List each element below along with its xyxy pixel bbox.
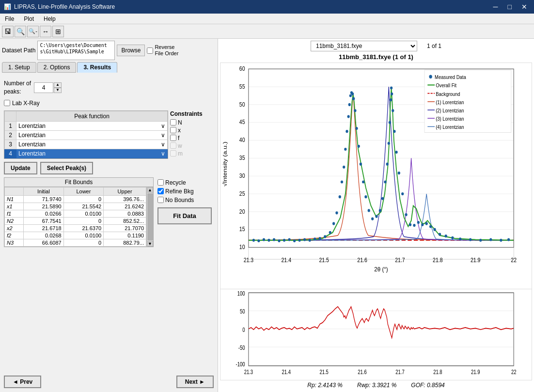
menu-plot[interactable]: Plot (19, 15, 39, 23)
prev-button[interactable]: ◄ Prev (4, 376, 41, 388)
svg-text:-100: -100 (236, 361, 245, 368)
svg-point-44 (298, 239, 301, 242)
tab-setup[interactable]: 1. Setup (2, 62, 36, 73)
svg-point-72 (375, 215, 377, 218)
table-row: x2 21.6718 21.6370 21.7070 (5, 224, 146, 232)
svg-point-63 (352, 97, 355, 100)
peak-function-cell[interactable]: Lorentzian ∨ (16, 149, 168, 158)
table-row: N1 71.9740 0 396.76... (5, 195, 146, 203)
svg-point-48 (319, 237, 321, 240)
svg-point-94 (433, 228, 436, 231)
table-row[interactable]: 4 Lorentzian ∨ (5, 149, 168, 158)
table-row: f2 0.0268 0.0100 0.1190 (5, 232, 146, 239)
lower-value: 0 (63, 217, 104, 224)
svg-point-82 (392, 109, 394, 112)
action-buttons-row: Update Select Peak(s) (4, 162, 214, 174)
no-bounds-checkbox[interactable] (157, 197, 164, 203)
svg-text:Measured Data: Measured Data (435, 74, 466, 80)
tab-options[interactable]: 2. Options (37, 62, 77, 73)
constraint-m-checkbox[interactable] (170, 150, 176, 157)
num-peaks-input[interactable] (34, 82, 53, 93)
lab-xray-checkbox[interactable] (4, 100, 10, 106)
svg-point-38 (267, 239, 270, 242)
peak-row-num: 1 (5, 121, 16, 130)
peak-function-cell[interactable]: Lorentzian ∨ (16, 140, 168, 149)
svg-point-91 (421, 223, 424, 226)
scroll-down-button[interactable]: ▼ (147, 241, 153, 247)
browse-button[interactable]: Browse (117, 45, 145, 56)
table-row[interactable]: 1 Lorentzian ∨ (5, 121, 168, 130)
next-button[interactable]: Next ► (176, 376, 214, 388)
constraint-x-checkbox[interactable] (170, 127, 176, 133)
tab-results[interactable]: 3. Results (77, 62, 117, 73)
svg-text:60: 60 (239, 65, 245, 72)
menu-help[interactable]: Help (39, 15, 61, 23)
fit-data-button[interactable]: Fit Data (157, 207, 212, 224)
constraints-panel: Constraints N x f w (170, 110, 214, 159)
fit-bounds-scrollbar[interactable]: ▲ ▼ (146, 187, 153, 247)
initial-value: 21.6718 (24, 224, 64, 232)
tool-zoom-out-button[interactable]: 🔍- (27, 26, 39, 37)
peak-function-value: Lorentzian (18, 150, 46, 157)
tool-pan-button[interactable]: ↔ (40, 26, 51, 37)
svg-text:Overall Fit: Overall Fit (436, 83, 456, 89)
constraint-N-label: N (178, 119, 182, 126)
menu-file[interactable]: File (0, 15, 19, 23)
minimize-button[interactable]: ─ (490, 3, 501, 11)
spinner-down-button[interactable]: ▼ (54, 88, 62, 93)
scroll-up-button[interactable]: ▲ (147, 187, 153, 193)
svg-text:2θ (°): 2θ (°) (374, 266, 388, 273)
svg-point-84 (395, 151, 397, 154)
setup-content: Number ofpeaks: ▲ ▼ Lab X-Ray (2, 76, 216, 374)
peak-function-cell[interactable]: Lorentzian ∨ (16, 121, 168, 130)
svg-point-69 (364, 195, 367, 198)
tool-save-button[interactable]: 🖫 (2, 26, 14, 37)
scroll-thumb[interactable] (147, 193, 153, 240)
close-button[interactable]: ✕ (518, 3, 530, 11)
tool-zoom-in-button[interactable]: 🔍 (15, 26, 26, 37)
fit-bounds-area: Fit Bounds Initial Lower Upper (4, 177, 154, 247)
spinner-up-button[interactable]: ▲ (54, 82, 62, 88)
update-button[interactable]: Update (4, 162, 37, 174)
refine-bkg-checkbox[interactable] (157, 188, 164, 194)
svg-point-53 (339, 195, 341, 198)
initial-value: 66.6087 (24, 239, 64, 246)
svg-text:21.8: 21.8 (433, 257, 442, 263)
charts-area: 10 15 20 25 30 35 40 45 50 55 60 √Intens… (220, 63, 532, 380)
reverse-order-checkbox[interactable] (147, 47, 153, 54)
titlebar-left: 📊 LIPRAS, Line-Profile Analysis Software (4, 3, 115, 10)
svg-point-74 (381, 197, 384, 200)
table-row[interactable]: 3 Lorentzian ∨ (5, 140, 168, 149)
recycle-checkbox[interactable] (157, 179, 164, 186)
svg-text:(4) Lorentzian: (4) Lorentzian (436, 125, 464, 130)
svg-point-79 (390, 98, 392, 101)
tool-grid-button[interactable]: ⊞ (52, 26, 64, 37)
svg-text:55: 55 (239, 83, 245, 90)
select-peaks-button[interactable]: Select Peak(s) (40, 162, 93, 174)
titlebar: 📊 LIPRAS, Line-Profile Analysis Software… (0, 0, 534, 14)
svg-point-43 (293, 239, 296, 242)
svg-point-99 (469, 238, 471, 241)
lab-xray-label: Lab X-Ray (12, 100, 40, 107)
svg-text:35: 35 (239, 155, 245, 161)
svg-text:21.4: 21.4 (282, 257, 292, 263)
peak-function-cell[interactable]: Lorentzian ∨ (16, 130, 168, 140)
param-label: x1 (5, 203, 24, 210)
svg-text:25: 25 (239, 190, 245, 197)
maximize-button[interactable]: □ (505, 3, 515, 11)
constraint-N-checkbox[interactable] (170, 119, 176, 125)
dataset-path-input[interactable]: C:\Users\geste\Document s\GitHub\LIPRAS\… (37, 41, 115, 60)
svg-text:22: 22 (511, 369, 517, 376)
svg-point-83 (393, 130, 395, 133)
svg-point-36 (257, 239, 260, 242)
file-dropdown[interactable]: 11bmb_3181.fxye (311, 41, 417, 51)
col-initial: Initial (24, 187, 64, 195)
svg-point-78 (389, 121, 391, 124)
lower-value: 0 (63, 239, 104, 246)
svg-point-86 (401, 192, 404, 195)
svg-point-42 (288, 238, 290, 241)
constraint-f-checkbox[interactable] (170, 135, 176, 141)
table-row[interactable]: 2 Lorentzian ∨ (5, 130, 168, 140)
svg-point-88 (409, 223, 411, 226)
constraint-w-checkbox[interactable] (170, 142, 176, 149)
